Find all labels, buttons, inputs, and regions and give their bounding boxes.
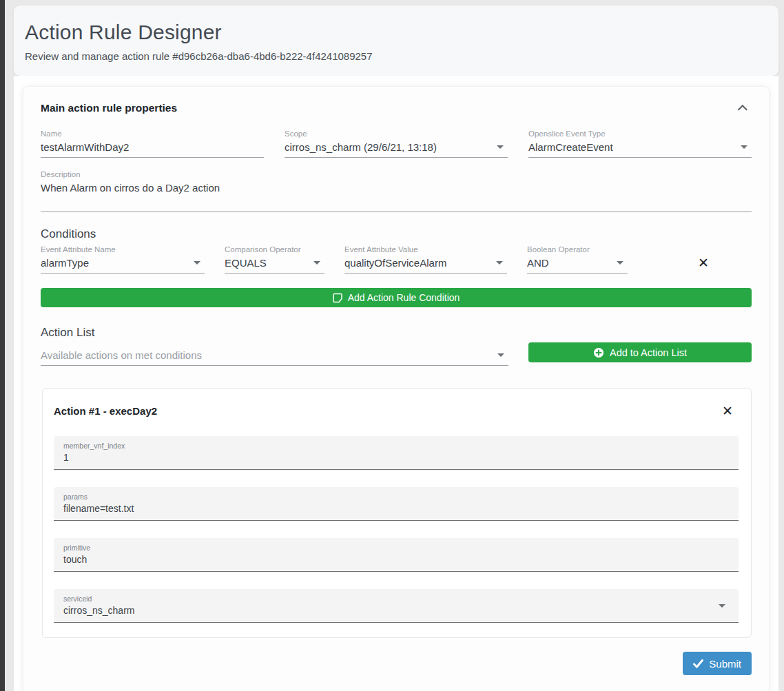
attribute-name-select-value: alarmType: [41, 257, 89, 269]
page-title: Action Rule Designer: [25, 21, 765, 44]
section-title-main-properties: Main action rule properties: [41, 102, 177, 114]
name-label: Name: [41, 130, 264, 138]
page-header: Action Rule Designer Review and manage a…: [14, 6, 778, 76]
add-condition-button-label: Add Action Rule Condition: [348, 292, 460, 303]
available-actions-placeholder: Available actions on met conditions: [41, 349, 202, 361]
description-input[interactable]: [41, 182, 750, 194]
add-to-action-list-button-label: Add to Action List: [610, 347, 687, 358]
comparison-operator-select[interactable]: EQUALS: [225, 254, 324, 274]
attribute-value-label: Event Attribute Value: [344, 245, 507, 254]
content-area: Main action rule properties Name Scope c…: [14, 76, 778, 691]
available-actions-field: Available actions on met conditions: [41, 346, 508, 366]
serviceid-select[interactable]: serviceid cirros_ns_charm: [54, 589, 739, 623]
event-type-select-value: AlarmCreateEvent: [528, 141, 613, 153]
description-label: Description: [41, 170, 752, 178]
available-actions-select[interactable]: Available actions on met conditions: [41, 346, 508, 366]
params-label: params: [63, 493, 729, 501]
chevron-down-icon: [617, 261, 623, 265]
comparison-operator-field: Comparison Operator EQUALS: [225, 245, 324, 274]
params-value: filename=test.txt: [63, 503, 729, 514]
scope-select[interactable]: cirros_ns_charm (29/6/21, 13:18): [285, 138, 508, 158]
member-vnf-index-label: member_vnf_index: [63, 442, 729, 450]
page-subtitle: Review and manage action rule #d96cb26a-…: [25, 50, 765, 62]
attribute-value-select[interactable]: qualityOfServiceAlarm: [344, 254, 507, 274]
chevron-down-icon: [194, 261, 200, 265]
add-condition-button[interactable]: Add Action Rule Condition: [41, 288, 752, 307]
check-icon: [693, 659, 703, 668]
chevron-down-icon: [497, 145, 504, 149]
boolean-operator-select[interactable]: AND: [527, 254, 628, 274]
chevron-down-icon: [496, 261, 503, 265]
chevron-down-icon: [719, 604, 725, 608]
member-vnf-index-field[interactable]: member_vnf_index 1: [54, 436, 739, 470]
chevron-up-icon[interactable]: [738, 105, 747, 114]
boolean-operator-label: Boolean Operator: [527, 245, 628, 254]
remove-action-button[interactable]: ✕: [722, 403, 733, 419]
event-type-select[interactable]: AlarmCreateEvent: [528, 138, 752, 158]
sidebar-edge: [0, 0, 5, 691]
chevron-down-icon: [313, 261, 320, 265]
scope-label: Scope: [285, 130, 508, 138]
event-type-field: Openslice Event Type AlarmCreateEvent: [528, 130, 752, 158]
add-to-action-list-button[interactable]: Add to Action List: [528, 342, 752, 362]
action-rule-form-card: Main action rule properties Name Scope c…: [23, 86, 770, 691]
member-vnf-index-value: 1: [63, 452, 729, 463]
name-input[interactable]: [41, 141, 262, 153]
action-card: Action #1 - execDay2 ✕ member_vnf_index …: [42, 388, 752, 638]
scope-field: Scope cirros_ns_charm (29/6/21, 13:18): [285, 130, 508, 158]
chevron-down-icon: [741, 145, 747, 149]
action-list-heading: Action List: [41, 326, 752, 340]
boolean-operator-field: Boolean Operator AND: [527, 245, 628, 274]
params-field[interactable]: params filename=test.txt: [54, 487, 739, 521]
attribute-name-select[interactable]: alarmType: [41, 254, 205, 274]
comparison-operator-label: Comparison Operator: [225, 245, 324, 254]
name-field: Name: [41, 130, 264, 158]
attribute-value-select-value: qualityOfServiceAlarm: [344, 257, 446, 269]
attribute-value-field: Event Attribute Value qualityOfServiceAl…: [344, 245, 507, 274]
event-type-label: Openslice Event Type: [528, 130, 752, 138]
primitive-field[interactable]: primitive touch: [54, 538, 739, 572]
serviceid-label: serviceid: [63, 595, 729, 603]
comparison-operator-select-value: EQUALS: [225, 257, 267, 269]
serviceid-value: cirros_ns_charm: [63, 605, 729, 616]
submit-button-label: Submit: [709, 658, 741, 670]
primitive-value: touch: [63, 554, 729, 565]
plus-circle-icon: [593, 347, 604, 358]
action-card-title: Action #1 - execDay2: [54, 405, 157, 417]
chevron-down-icon: [497, 353, 504, 357]
boolean-operator-select-value: AND: [527, 257, 549, 269]
action-rule-designer-page: Action Rule Designer Review and manage a…: [14, 6, 778, 691]
note-add-icon: [333, 293, 342, 303]
submit-button[interactable]: Submit: [683, 652, 752, 675]
description-field: Description: [41, 170, 752, 212]
scope-select-value: cirros_ns_charm (29/6/21, 13:18): [285, 141, 437, 153]
attribute-name-field: Event Attribute Name alarmType: [41, 245, 205, 274]
primitive-label: primitive: [63, 544, 729, 552]
remove-condition-button[interactable]: ✕: [698, 256, 709, 269]
conditions-heading: Conditions: [41, 227, 752, 241]
attribute-name-label: Event Attribute Name: [41, 245, 205, 254]
